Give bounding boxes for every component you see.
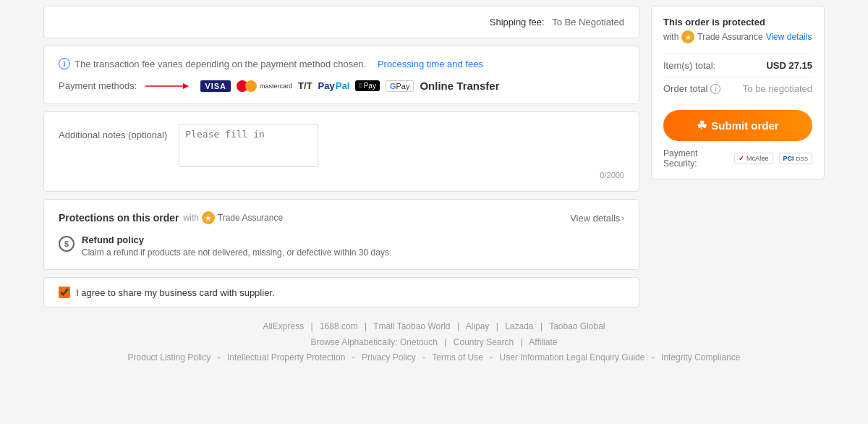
footer-country-search-link[interactable]: Country Search [454,337,514,347]
footer-alipay-link[interactable]: Alipay [466,321,490,331]
submit-order-button[interactable]: ☘ Submit order [663,110,812,141]
business-card-checkbox[interactable] [59,287,70,298]
protections-header: Protections on this order with ★ Trade A… [59,211,624,224]
protections-title: Protections on this order with ★ Trade A… [59,211,283,224]
payment-info-row: i The transaction fee varies depending o… [59,58,624,69]
notes-counter: 0/2000 [179,171,624,179]
refund-policy-content: Refund policy Claim a refund if products… [82,234,389,258]
footer-1688-link[interactable]: 1688.com [320,321,358,331]
footer-taobao-link[interactable]: Taobao Global [549,321,605,331]
online-transfer-label: Online Transfer [420,80,499,92]
footer-product-listing-link[interactable]: Product Listing Policy [128,352,211,362]
payment-security-row: Payment Security: ✓ McAfee PCI DSS [663,148,812,169]
footer-affiliate-link[interactable]: Affiliate [529,337,557,347]
sidebar-view-details-link[interactable]: View details [766,32,812,42]
tt-icon: T/T [298,80,312,91]
footer-links-row2: Browse Alphabetically: Onetouch | Countr… [0,335,868,351]
shield-icon-orange: ★ [202,211,215,224]
footer-links-row1: AliExpress | 1688.com | Tmall Taobao Wor… [0,319,868,335]
chevron-right-icon: › [621,213,624,222]
mcafee-badge: ✓ McAfee [734,153,773,164]
refund-row: $ Refund policy Claim a refund if produc… [59,234,624,258]
info-icon: i [59,58,70,69]
paypal-icon: PayPal [318,80,350,91]
additional-notes-card: Additional notes (optional) 0/2000 [43,111,639,192]
notes-input-wrapper: 0/2000 [179,124,624,179]
refund-policy-desc: Claim a refund if products are not deliv… [82,247,389,258]
order-protected-sub: with ★ Trade Assurance View details [663,30,812,43]
mastercard-icon: mastercard [237,80,292,92]
notes-label: Additional notes (optional) [59,124,167,140]
svg-marker-1 [183,83,189,89]
order-protected-card: This order is protected with ★ Trade Ass… [651,6,825,179]
footer: AliExpress | 1688.com | Tmall Taobao Wor… [0,308,868,373]
order-protected-title: This order is protected [663,17,812,27]
items-total-row: Item(s) total: USD 27.15 [663,54,812,77]
trade-assurance-label: Trade Assurance [218,213,283,223]
visa-icon: VISA [200,80,231,92]
payment-methods-card: i The transaction fee varies depending o… [43,46,639,104]
order-total-info-icon: i [710,84,720,94]
footer-legal-link[interactable]: User Information Legal Enquiry Guide [500,352,645,362]
processing-link[interactable]: Processing time and fees [378,59,483,69]
shipping-fee-text: Shipping fee: To Be Negotiated [490,17,624,27]
notes-textarea[interactable] [179,124,318,167]
footer-tmall-link[interactable]: Tmall Taobao World [373,321,450,331]
applepay-icon:  Pay [355,80,380,91]
order-total-row: Order total i To be negotiated [663,77,812,100]
sidebar: This order is protected with ★ Trade Ass… [651,0,825,308]
shield-submit-icon: ☘ [697,119,707,132]
notes-row: Additional notes (optional) 0/2000 [59,124,624,179]
footer-links-row3: Product Listing Policy - Intellectual Pr… [0,350,868,366]
view-details-link[interactable]: View details › [570,213,624,224]
refund-policy-title: Refund policy [82,234,389,245]
pci-badge: PCI DSS [779,153,812,164]
payment-arrow [145,81,195,91]
arrow-svg [145,81,189,91]
dollar-icon: $ [59,236,75,252]
googlepay-icon: GPay [386,80,414,92]
footer-integrity-link[interactable]: Integrity Compliance [661,352,740,362]
footer-lazada-link[interactable]: Lazada [505,321,533,331]
footer-terms-link[interactable]: Terms of Use [432,352,483,362]
footer-ip-protection-link[interactable]: Intellectual Property Protection [227,352,345,362]
sidebar-shield-icon: ★ [681,30,694,43]
protections-card: Protections on this order with ★ Trade A… [43,199,639,270]
footer-aliexpress-link[interactable]: AliExpress [263,321,304,331]
shipping-fee-card: Shipping fee: To Be Negotiated [43,6,639,38]
payment-info-text: The transaction fee varies depending on … [75,59,366,69]
business-card-checkbox-row: I agree to share my business card with s… [43,277,639,308]
business-card-label: I agree to share my business card with s… [76,287,275,298]
footer-onetouch-link[interactable]: Onetouch [400,337,438,347]
trade-assurance-badge: with ★ Trade Assurance [183,211,283,224]
payment-methods-row: Payment methods: VISA mastercard [59,80,624,92]
footer-privacy-link[interactable]: Privacy Policy [362,352,416,362]
payment-methods-label: Payment methods: [59,80,137,91]
